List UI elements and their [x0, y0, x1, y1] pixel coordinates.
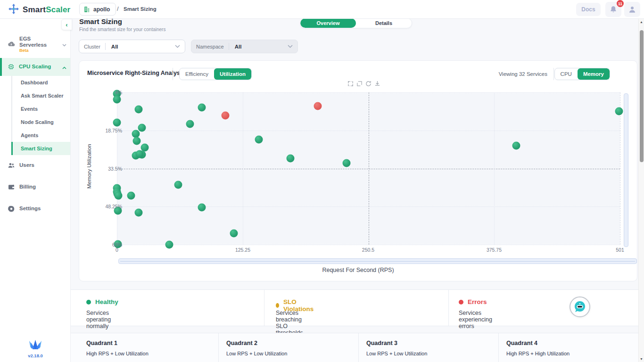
gridline: [494, 92, 495, 245]
brand-logo[interactable]: SmartScaler: [8, 4, 70, 16]
cluster-filter[interactable]: Cluster All: [79, 40, 185, 53]
scatter-point[interactable]: [132, 137, 140, 145]
sidebar-item-label: CPU Scaling: [19, 64, 51, 70]
quadrant-title: Quadrant 3: [366, 340, 498, 346]
tab-utilization[interactable]: Utilization: [214, 68, 251, 80]
cpu-memory-toggle: CPU Memory: [554, 68, 610, 80]
scatter-point[interactable]: [314, 102, 322, 110]
x-tick: 375.75: [487, 247, 502, 253]
plot-area[interactable]: [117, 92, 620, 245]
legend-desc: Services operating normally: [86, 310, 111, 329]
chart-card: Microservice Right-Sizing Analysis Effic…: [79, 60, 637, 281]
tab-details[interactable]: Details: [356, 18, 412, 28]
scatter-point[interactable]: [287, 155, 295, 163]
legend-label: Healthy: [95, 298, 118, 305]
sidebar-item-events[interactable]: Events: [12, 102, 70, 115]
sidebar-item-egs-serverless[interactable]: EGS ServerlessBeta: [0, 31, 70, 58]
scatter-point[interactable]: [343, 159, 351, 167]
breadcrumb-separator: /: [117, 5, 119, 12]
scatter-point[interactable]: [138, 124, 146, 132]
chatbot-fab-button[interactable]: [570, 296, 590, 317]
namespace-filter[interactable]: Namespace All: [191, 40, 298, 53]
namespace-filter-value: All: [229, 44, 248, 49]
divider: [448, 290, 449, 326]
zoom-select-icon[interactable]: [347, 80, 354, 87]
docs-button[interactable]: Docs: [576, 3, 601, 16]
tenant-selector[interactable]: apollo: [79, 3, 116, 16]
sidebar-item-billing[interactable]: Billing: [0, 179, 70, 196]
zoom-reset-icon[interactable]: [356, 80, 363, 87]
sidebar-item-ask-smart-scaler[interactable]: Ask Smart Scaler: [12, 89, 70, 102]
sidebar-item-settings[interactable]: Settings: [0, 200, 70, 217]
tab-cpu[interactable]: CPU: [555, 68, 578, 80]
notifications-button[interactable]: 11: [605, 2, 621, 17]
quadrant-title: Quadrant 4: [506, 340, 638, 346]
legend-desc: Services breaching SLO thresholds: [276, 310, 303, 336]
download-icon[interactable]: [374, 80, 380, 87]
slo-dot-icon: [276, 303, 279, 308]
sidebar-item-users[interactable]: Users: [0, 157, 70, 174]
scatter-point[interactable]: [198, 204, 206, 212]
sidebar-item-label: Billing: [19, 184, 36, 190]
users-icon: [8, 162, 15, 169]
overview-details-toggle: Overview Details: [300, 18, 412, 28]
crosshair-horizontal: [117, 169, 620, 169]
scatter-point[interactable]: [615, 107, 623, 115]
chevron-down-icon: [175, 45, 185, 48]
sidebar-item-node-scaling[interactable]: Node Scaling: [12, 115, 70, 129]
x-tick: 250.5: [362, 247, 374, 253]
sidebar-item-smart-sizing[interactable]: Smart Sizing: [12, 142, 70, 155]
scatter-point[interactable]: [165, 241, 173, 249]
serverless-icon: [8, 41, 15, 48]
scatter-point[interactable]: [114, 191, 122, 199]
scatter-point[interactable]: [222, 112, 230, 120]
divider: [553, 68, 554, 80]
divider: [264, 290, 264, 326]
scatter-point[interactable]: [127, 191, 135, 199]
scatter-point[interactable]: [135, 209, 143, 217]
sidebar-item-agents[interactable]: Agents: [12, 129, 70, 142]
scatter-point[interactable]: [512, 141, 520, 149]
sidebar-collapse-button[interactable]: ‹: [61, 19, 72, 30]
version-label: v2.18.0: [0, 353, 71, 358]
scatter-point[interactable]: [113, 119, 121, 127]
scatter-point[interactable]: [113, 95, 121, 103]
scroll-down-arrow-icon[interactable]: ▼: [640, 357, 643, 361]
tab-memory[interactable]: Memory: [578, 68, 610, 80]
tab-overview[interactable]: Overview: [300, 18, 356, 28]
page-scrollbar[interactable]: ▲ ▼: [638, 19, 644, 362]
healthy-dot-icon: [86, 300, 91, 304]
gridline: [117, 131, 620, 131]
cpu-chip-icon: [8, 63, 15, 70]
scatter-point[interactable]: [135, 150, 143, 158]
quadrant-card-1: Quadrant 1 High RPS + Low Utilization: [71, 333, 219, 362]
scroll-up-arrow-icon[interactable]: ▲: [640, 20, 643, 24]
scatter-point[interactable]: [186, 120, 194, 128]
chevron-up-icon: [62, 63, 66, 71]
sidebar-item-dashboard[interactable]: Dashboard: [12, 76, 70, 89]
sidebar-item-cpu-scaling[interactable]: CPU Scaling: [0, 58, 70, 76]
scatter-point[interactable]: [135, 106, 143, 114]
status-legend: Healthy Services operating normally SLO …: [71, 289, 638, 326]
efficiency-utilization-toggle: Efficiency Utilization: [179, 68, 252, 80]
user-menu-button[interactable]: [624, 2, 640, 17]
datazoom-slider-vertical[interactable]: [624, 93, 628, 247]
quadrant-desc: Low RPS + Low Utilization: [226, 351, 358, 356]
scrollbar-thumb[interactable]: [640, 30, 644, 162]
restore-icon[interactable]: [365, 80, 372, 87]
y-tick: 18.75%: [105, 128, 122, 133]
notification-badge: 11: [617, 0, 624, 7]
gridline: [117, 206, 620, 207]
scatter-point[interactable]: [255, 136, 263, 144]
chatbot-icon: [573, 300, 586, 313]
tab-efficiency[interactable]: Efficiency: [180, 68, 214, 80]
wallet-icon: [8, 183, 15, 191]
cluster-filter-value: All: [106, 44, 124, 49]
scatter-point[interactable]: [230, 229, 238, 237]
scatter-point[interactable]: [174, 181, 182, 189]
scatter-point[interactable]: [198, 103, 206, 111]
brand-name: SmartScaler: [23, 5, 70, 15]
quadrant-desc: Low RPS + Low Utilization: [366, 351, 498, 356]
chart-toolbox: [347, 80, 380, 87]
datazoom-slider-horizontal[interactable]: [118, 258, 637, 264]
